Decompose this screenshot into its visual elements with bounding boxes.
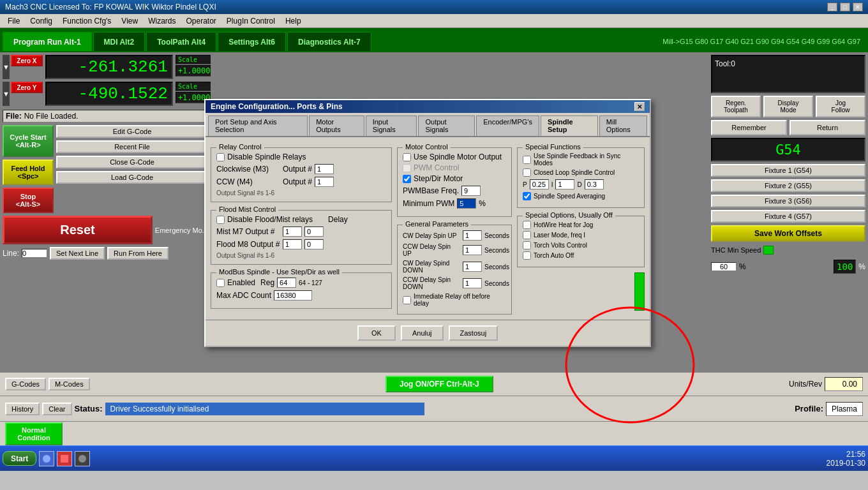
modbus-reg-input[interactable] <box>277 278 296 288</box>
save-work-offsets-button[interactable]: Save Work Offsets <box>711 225 865 242</box>
dialog-tab-input-signals[interactable]: Input Signals <box>366 115 417 136</box>
modbus-enabled-checkbox[interactable] <box>216 279 225 287</box>
step-dir-checkbox[interactable] <box>403 175 411 183</box>
fixture4-button[interactable]: Fixture 4 (G57) <box>711 210 865 223</box>
ccw-spin-down-input[interactable] <box>463 278 482 288</box>
reset-button[interactable]: Reset <box>3 216 153 244</box>
closed-loop-checkbox[interactable] <box>523 168 531 177</box>
mist-output-input[interactable] <box>283 226 302 237</box>
immediate-relay-checkbox[interactable] <box>403 296 411 304</box>
taskbar-icon-2[interactable] <box>57 451 72 466</box>
hotwire-checkbox[interactable] <box>523 221 531 229</box>
laser-mode-checkbox[interactable] <box>523 231 531 239</box>
minimize-button[interactable]: _ <box>827 3 837 11</box>
jog-follow-button[interactable]: JogFollow <box>816 96 865 117</box>
clear-button[interactable]: Clear <box>42 403 71 415</box>
menu-function-cfgs[interactable]: Function Cfg's <box>57 15 116 27</box>
fixture1-button[interactable]: Fixture 1 (G54) <box>711 164 865 177</box>
torch-auto-checkbox[interactable] <box>523 251 531 260</box>
display-mode-button[interactable]: DisplayMode <box>763 96 813 117</box>
line-input[interactable] <box>22 249 47 258</box>
dialog-tab-mill-options[interactable]: Mill Options <box>599 115 647 136</box>
menu-file[interactable]: File <box>3 15 25 27</box>
dialog-tab-spindle-setup[interactable]: Spindle Setup <box>541 115 598 136</box>
spindle-averaging-checkbox[interactable] <box>523 192 531 200</box>
flood-row: Flood M8 Output # <box>216 239 386 249</box>
use-spindle-feedback-checkbox[interactable] <box>523 156 531 164</box>
tab-mdi[interactable]: MDI Alt2 <box>93 32 146 51</box>
edit-gcode-button[interactable]: Edit G-Code <box>56 125 208 138</box>
stop-button[interactable]: Stop<Alt-S> <box>3 188 54 213</box>
p-input[interactable] <box>530 179 549 189</box>
pwm-control-checkbox[interactable] <box>403 164 411 172</box>
min-pwm-input[interactable] <box>457 198 476 209</box>
set-next-line-button[interactable]: Set Next Line <box>50 247 105 260</box>
taskbar-clock: 21:56 2019-01-30 <box>827 450 865 468</box>
pwm-base-input[interactable] <box>461 186 481 196</box>
dialog-close-button[interactable]: ✕ <box>634 102 645 111</box>
menu-help[interactable]: Help <box>280 15 306 27</box>
menu-plugin-control[interactable]: PlugIn Control <box>221 15 280 27</box>
cycle-start-button[interactable]: Cycle Start<Alt-R> <box>3 125 54 157</box>
feed-hold-button[interactable]: Feed Hold<Spc> <box>3 160 54 185</box>
torch-volts-checkbox[interactable] <box>523 241 531 249</box>
hotwire-label: HotWire Heat for Jog <box>534 221 593 228</box>
ccw-output-input[interactable] <box>315 177 334 187</box>
regen-toolpath-button[interactable]: Regen.Toolpath <box>711 96 761 117</box>
cw-spin-down-input[interactable] <box>463 262 482 272</box>
dialog-tab-output-signals[interactable]: Output Signals <box>418 115 475 136</box>
mcodes-button[interactable]: M-Codes <box>49 378 90 390</box>
normal-condition-button[interactable]: Normal Condition <box>5 422 63 445</box>
max-adc-input[interactable] <box>274 290 312 301</box>
menu-config[interactable]: Config <box>25 15 57 27</box>
tab-diagnostics[interactable]: Diagnostics Alt-7 <box>287 32 371 51</box>
recent-file-button[interactable]: Recent File <box>56 140 208 153</box>
cancel-button[interactable]: Anuluj <box>401 325 444 341</box>
close-window-button[interactable]: ✕ <box>853 3 863 11</box>
ok-button[interactable]: OK <box>357 325 396 341</box>
gcodes-button[interactable]: G-Codes <box>5 378 46 390</box>
menu-operator[interactable]: Operator <box>181 15 221 27</box>
dialog-tab-encoder[interactable]: Encoder/MPG's <box>476 115 539 136</box>
tab-settings[interactable]: Settings Alt6 <box>218 32 286 51</box>
tab-toolpath[interactable]: ToolPath Alt4 <box>146 32 216 51</box>
maximize-button[interactable]: □ <box>840 3 850 11</box>
taskbar-icon-1[interactable] <box>39 451 54 466</box>
dialog-tab-motor-outputs[interactable]: Motor Outputs <box>309 115 364 136</box>
tab-program-run[interactable]: Program Run Alt-1 <box>3 32 92 51</box>
dialog-tab-port-setup[interactable]: Port Setup and Axis Selection <box>208 115 308 136</box>
units-rev-label: Units/Rev <box>789 380 822 389</box>
zero-y-button[interactable]: Zero Y <box>11 82 43 93</box>
d-input[interactable] <box>585 179 604 189</box>
apply-button[interactable]: Zastosuj <box>449 325 498 341</box>
jog-button[interactable]: Jog ON/OFF Ctrl-Alt-J <box>385 376 493 392</box>
disable-spindle-relays-checkbox[interactable] <box>216 153 225 161</box>
ccw-spin-up-input[interactable] <box>463 245 482 255</box>
general-params-group: General Parameters CW Delay Spin UP Seco… <box>397 225 512 315</box>
close-gcode-button[interactable]: Close G-Code <box>56 156 208 168</box>
start-button[interactable]: Start <box>3 451 36 466</box>
run-from-here-button[interactable]: Run From Here <box>107 247 168 260</box>
flood-delay-input[interactable] <box>304 239 324 249</box>
fixture2-button[interactable]: Fixture 2 (G55) <box>711 179 865 192</box>
x-dro-display: -261.3261 <box>45 55 173 79</box>
history-button[interactable]: History <box>5 403 40 415</box>
remember-button[interactable]: Remember <box>711 120 787 135</box>
cw-output-input[interactable] <box>315 164 334 174</box>
thc-row: THC Min Speed <box>711 246 865 255</box>
menu-view[interactable]: View <box>116 15 143 27</box>
load-gcode-button[interactable]: Load G-Code <box>56 171 208 184</box>
menu-wizards[interactable]: Wizards <box>143 15 181 27</box>
mist-delay-input[interactable] <box>304 226 324 237</box>
zero-x-button[interactable]: Zero X <box>11 55 43 66</box>
condition-bar: Normal Condition <box>0 421 868 445</box>
use-spindle-output-checkbox[interactable] <box>403 153 411 161</box>
disable-flood-mist-checkbox[interactable] <box>216 216 225 224</box>
fixture3-button[interactable]: Fixture 3 (G56) <box>711 195 865 207</box>
i-input[interactable] <box>555 179 574 189</box>
cw-spin-up-input[interactable] <box>463 230 482 241</box>
flood-output-input[interactable] <box>283 239 302 249</box>
taskbar-icon-3[interactable] <box>75 451 90 466</box>
thc-value-input[interactable] <box>711 262 737 271</box>
return-button[interactable]: Return <box>789 120 865 135</box>
